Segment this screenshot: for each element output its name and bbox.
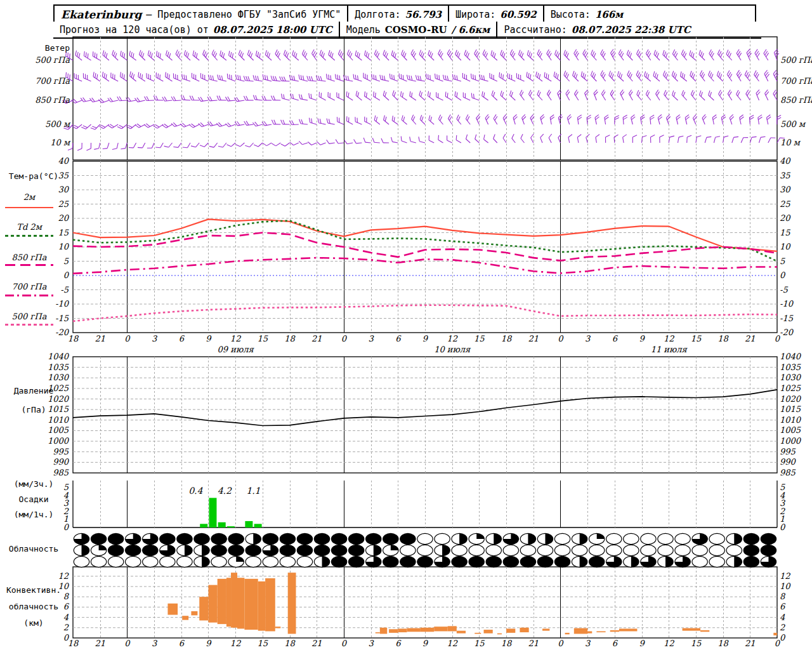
wind-barb-feather: [391, 51, 393, 55]
wind-barb-feather: [402, 50, 403, 55]
wind-barb-feather: [730, 53, 731, 58]
wind-barb-shaft: [664, 95, 669, 100]
pressure-tick-left: 1005: [0, 425, 69, 435]
wind-barb-feather: [103, 149, 107, 149]
precip-3h-label: 0.4: [188, 486, 203, 496]
cloud-circle: [280, 533, 295, 544]
convective-bar: [596, 631, 605, 632]
wind-barb-feather: [77, 149, 82, 150]
wind-barb-feather: [311, 119, 312, 123]
wind-barb-shaft: [586, 137, 588, 143]
wind-barb-feather: [229, 51, 230, 55]
wind-barb-feather: [358, 76, 358, 80]
wind-barb-feather: [331, 76, 331, 80]
convective-bar: [574, 628, 587, 634]
wind-barb-feather: [302, 50, 304, 54]
wind-barb-shaft: [319, 96, 326, 100]
precip-bar: [227, 526, 235, 527]
wind-barb-feather: [449, 115, 451, 119]
wind-barb-feather: [450, 53, 452, 57]
hour-label-mid: 15: [253, 334, 272, 344]
wind-barb-feather: [441, 53, 443, 57]
wind-barb-feather: [683, 51, 685, 56]
legend-line-t500: [5, 324, 53, 326]
cloud-circle-fill: [580, 533, 587, 544]
wind-barb-feather: [647, 51, 650, 56]
wind-barb-feather: [576, 74, 578, 79]
wind-barb-feather: [629, 72, 631, 77]
wind-barb-feather: [537, 50, 539, 54]
wind-barb-feather: [246, 121, 249, 125]
cloud-circle: [126, 556, 141, 567]
wind-barb-feather: [344, 140, 348, 144]
wind-barb-feather: [164, 146, 169, 147]
convective-bar: [376, 632, 380, 633]
wind-barb-feather: [495, 116, 497, 120]
wind-barb-feather: [554, 72, 555, 76]
wind-barb-feather: [666, 74, 668, 79]
wind-barb-feather: [221, 76, 223, 80]
legend-label-td2m: Td 2м: [0, 222, 58, 232]
wind-barb-shaft: [204, 143, 208, 147]
convective-bar: [619, 628, 637, 631]
hour-label-bottom: 6: [388, 639, 407, 649]
cloud-circle: [91, 556, 106, 567]
wind-barb-feather: [416, 75, 417, 79]
wind-barb-feather: [96, 54, 97, 59]
wind-barb-shaft: [214, 143, 218, 147]
wind-barb-feather: [341, 53, 343, 58]
wind-barb-feather: [610, 72, 612, 77]
wind-barb-feather: [512, 134, 514, 138]
hour-label-bottom: 0: [117, 639, 136, 649]
legend-label-t700: 700 гПа: [0, 282, 58, 292]
wind-barb-feather: [227, 145, 232, 147]
cloud-circle: [709, 556, 724, 567]
wind-barb-shaft: [503, 138, 506, 143]
wind-barb-feather: [350, 53, 352, 58]
wind-barb-feather: [539, 74, 540, 79]
cloud-circle: [537, 545, 553, 555]
wind-barb-feather: [611, 50, 613, 53]
wind-barb-feather: [445, 92, 446, 97]
wind-barb-feather: [530, 53, 532, 58]
wind-barb-shaft: [712, 117, 714, 124]
wind-barb-feather: [468, 116, 469, 121]
hour-label-mid: 6: [605, 334, 624, 344]
wind-barb-feather: [148, 50, 149, 55]
wind-barb-shaft: [294, 143, 299, 145]
wind-barb-feather: [459, 53, 461, 58]
pressure-tick-right: 1000: [780, 436, 811, 446]
wind-barb-feather: [691, 90, 693, 95]
wind-barb-shaft: [709, 95, 714, 100]
wind-barb-feather: [117, 126, 122, 128]
wind-barb-shaft: [302, 143, 308, 145]
wind-barb-feather: [720, 74, 721, 79]
wind-barb-feather: [455, 50, 457, 55]
wind-barb-shaft: [723, 137, 724, 143]
hour-label-bottom: 15: [686, 639, 705, 649]
wind-barb-feather: [100, 126, 104, 129]
wind-barb-feather: [642, 136, 646, 138]
wind-barb-feather: [493, 52, 494, 56]
convective-bar: [265, 578, 275, 631]
wind-barb-feather: [246, 76, 248, 81]
wind-barb-shaft: [646, 95, 651, 100]
wind-barb-feather: [583, 73, 584, 77]
wind-barb-feather: [501, 91, 502, 95]
wind-barb-feather: [717, 71, 719, 76]
wind-barb-shaft: [687, 137, 688, 143]
wind-barb-feather: [179, 53, 181, 58]
temp-tick-left: 10: [0, 242, 69, 252]
wind-barb-feather: [729, 91, 731, 95]
wind-barb-feather: [639, 74, 641, 78]
wind-barb-shaft: [374, 96, 380, 100]
wind-barb-shaft: [614, 137, 615, 143]
wind-barb-feather: [160, 53, 160, 58]
meteogram-page: Ekaterinburg — Предоставлено ФГБУ "ЗапСи…: [0, 0, 812, 650]
wind-barb-feather: [619, 72, 620, 77]
wind-barb-feather: [757, 53, 759, 57]
wind-barb-feather: [321, 93, 322, 98]
wind-barb-feather: [346, 91, 347, 96]
wind-barb-feather: [409, 76, 410, 80]
date-label: 10 июля: [424, 345, 481, 355]
